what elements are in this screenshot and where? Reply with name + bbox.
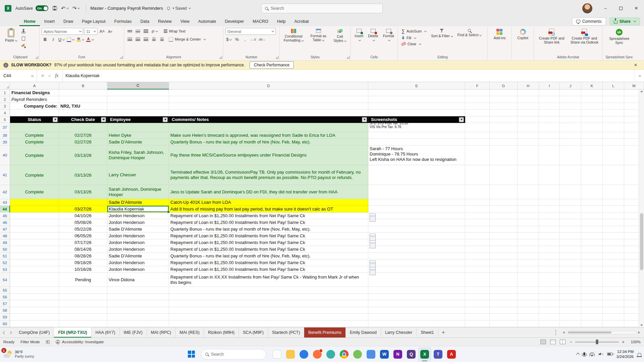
cell-H39[interactable] — [518, 139, 539, 145]
cell-K3[interactable] — [581, 103, 603, 110]
cell-E57[interactable] — [368, 300, 465, 307]
create-pdf-share-outlook-button[interactable]: Create PDF and Share via Outlook — [569, 28, 600, 45]
cell-E4[interactable] — [368, 110, 465, 116]
cell-H2[interactable] — [518, 96, 539, 103]
increase-indent-button[interactable] — [158, 36, 165, 43]
firefox-icon[interactable] — [311, 347, 324, 362]
cell-H46[interactable] — [518, 219, 539, 226]
cell-K52[interactable] — [581, 259, 603, 266]
notification-bell-icon[interactable] — [638, 353, 641, 356]
cell-K56[interactable] — [581, 294, 603, 300]
cell-H54[interactable] — [518, 273, 539, 287]
sheet-tab-ime-fjv[interactable]: IME (FJV) — [120, 327, 147, 338]
cell-F44[interactable] — [465, 206, 490, 213]
zoom-out-button[interactable]: − — [570, 339, 572, 345]
cell-I55[interactable] — [539, 287, 560, 294]
column-header-f[interactable]: F — [465, 82, 490, 89]
normal-view-button[interactable] — [540, 340, 546, 344]
cell-E37[interactable]: STD STD Post Tax 23.30VIS Vis Pre Tax 6.… — [368, 123, 465, 132]
cell-B47[interactable]: 05/22/26 — [59, 226, 107, 233]
cell-D59[interactable] — [169, 314, 368, 320]
cell-D46[interactable]: Repayment of Loan in $1,250.00 Installme… — [169, 219, 368, 226]
column-header-l[interactable]: L — [603, 82, 624, 89]
cell-D39[interactable]: Quarterly Bonus - runs the last pay of m… — [169, 139, 368, 145]
cell-G49[interactable] — [490, 239, 518, 246]
cell-B3[interactable]: NR2, TXU — [59, 103, 107, 110]
cell-I59[interactable] — [539, 314, 560, 320]
cell-L3[interactable] — [603, 103, 624, 110]
cell-L39[interactable] — [603, 139, 624, 145]
cell-F60[interactable] — [465, 320, 490, 327]
filter-button-check-date[interactable] — [101, 117, 106, 122]
cell-L59[interactable] — [603, 314, 624, 320]
cell-C39[interactable]: Sadie D'Alimonte — [107, 139, 169, 145]
cell-L1[interactable] — [603, 89, 624, 96]
cell-F42[interactable] — [465, 185, 490, 199]
cell-A46[interactable] — [10, 219, 59, 226]
ribbon-tab-acrobat[interactable]: Acrobat — [290, 16, 313, 26]
notification-close-icon[interactable]: ✕ — [631, 63, 641, 67]
sort-filter-button[interactable]: Sort & Filter — [429, 28, 454, 39]
cell-L42[interactable] — [603, 185, 624, 199]
comments-button[interactable]: Comments — [572, 17, 606, 25]
row-header-43[interactable]: 43 — [0, 199, 10, 206]
cell-G45[interactable] — [490, 213, 518, 219]
close-button[interactable]: ✕ — [629, 0, 644, 16]
cell-E39[interactable] — [368, 139, 465, 145]
cell-H45[interactable] — [518, 213, 539, 219]
cell-G60[interactable] — [490, 320, 518, 327]
cell-I49[interactable] — [539, 239, 560, 246]
cell-C48[interactable]: Jordon Henderson — [107, 233, 169, 239]
cell-E1[interactable] — [368, 89, 465, 96]
align-left-button[interactable] — [126, 36, 133, 43]
select-all-corner[interactable] — [0, 82, 10, 89]
clipboard-dialog-launcher[interactable] — [36, 56, 38, 59]
sheet-tab-larry-chessler[interactable]: Larry Chessler — [381, 327, 417, 338]
cell-F39[interactable] — [465, 139, 490, 145]
cell-F46[interactable] — [465, 219, 490, 226]
onenote-icon[interactable]: N — [391, 347, 405, 362]
cell-I52[interactable] — [539, 259, 560, 266]
cell-G46[interactable] — [490, 219, 518, 226]
cell-E40[interactable]: Sarah - 77 HoursDominique - 78.75 HoursL… — [368, 145, 465, 165]
row-header-5[interactable]: 5 — [0, 116, 10, 123]
header-cell-employee[interactable]: Employee — [107, 116, 169, 123]
weather-widget[interactable]: 1 36°F Partly sunny — [3, 350, 34, 359]
header-cell-comments-notes[interactable]: Comments/ Notes — [169, 116, 368, 123]
cell-D44[interactable]: Add 8 hours of missing pay from last pay… — [169, 206, 368, 213]
cell-D50[interactable]: Repayment of Loan in $1,250.00 Installme… — [169, 246, 368, 253]
zoom-in-button[interactable]: + — [622, 339, 625, 345]
filter-button-screenshots[interactable] — [459, 117, 464, 122]
page-break-view-button[interactable] — [560, 340, 566, 344]
cell-A37[interactable] — [10, 123, 59, 132]
scroll-up-icon[interactable] — [640, 90, 643, 92]
cell-J56[interactable] — [560, 294, 581, 300]
align-right-button[interactable] — [142, 36, 149, 43]
cell-C2[interactable] — [107, 96, 169, 103]
zoom-level[interactable]: 100% — [629, 340, 641, 344]
row-header-56[interactable]: 56 — [0, 294, 10, 300]
row-header-46[interactable]: 46 — [0, 219, 10, 226]
cell-J38[interactable] — [560, 132, 581, 139]
cell-H56[interactable] — [518, 294, 539, 300]
cell-J40[interactable] — [560, 145, 581, 165]
conditional-formatting-button[interactable]: Conditional Formatting — [282, 28, 306, 43]
cell-C56[interactable] — [107, 294, 169, 300]
quickbooks-icon[interactable]: Q — [405, 347, 418, 362]
cell-K55[interactable] — [581, 287, 603, 294]
cell-K45[interactable] — [581, 213, 603, 219]
cell-F45[interactable] — [465, 213, 490, 219]
cell-I43[interactable] — [539, 199, 560, 206]
cell-H1[interactable] — [518, 89, 539, 96]
taskbar-search[interactable] — [201, 349, 266, 360]
cell-H5[interactable] — [518, 116, 539, 123]
file-explorer-icon[interactable] — [284, 347, 297, 362]
align-middle-button[interactable] — [134, 28, 141, 35]
cell-L45[interactable] — [603, 213, 624, 219]
cell-L50[interactable] — [603, 246, 624, 253]
cell-I60[interactable] — [539, 320, 560, 327]
cell-B41[interactable]: 03/13/26 — [59, 165, 107, 185]
comma-style-button[interactable]: , — [241, 36, 249, 43]
cell-A39[interactable]: Complete — [10, 139, 59, 145]
cell-J60[interactable] — [560, 320, 581, 327]
